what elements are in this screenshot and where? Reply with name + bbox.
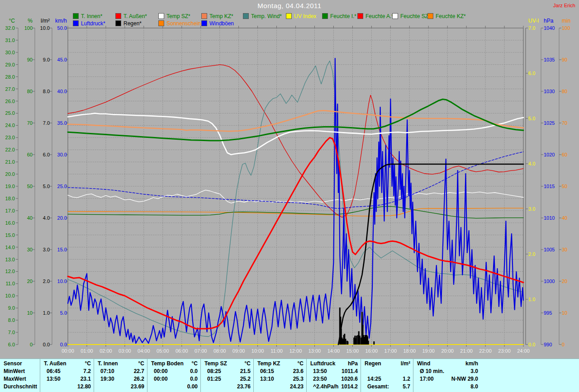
axis-tick-label: 100 bbox=[24, 25, 33, 31]
stat-time: ^2.4hPa/h bbox=[310, 383, 338, 391]
stat-value: 25.3 bbox=[293, 375, 304, 383]
series-regen-summe bbox=[338, 164, 523, 345]
axis-tick-label: 2.0 bbox=[528, 251, 535, 257]
axis-tick-label: 4.0 bbox=[43, 215, 50, 221]
axis-tick-label: 990 bbox=[544, 342, 552, 347]
axis-humidity: 1009080706050403020100% bbox=[24, 18, 35, 347]
stat-value: 25.2 bbox=[240, 375, 251, 383]
axis-tick-label: 20 bbox=[562, 279, 567, 284]
axis-tick-label: 26.0 bbox=[5, 99, 15, 104]
x-axis-label: 23:00 bbox=[498, 348, 511, 354]
axis-tick-label: 11.0 bbox=[5, 281, 15, 286]
x-axis-label: 07:00 bbox=[195, 348, 207, 354]
axis-tick-label: 2.0 bbox=[43, 279, 50, 284]
axis-tick-label: 5.0 bbox=[528, 116, 535, 121]
axis-sunshine: 1009080706050403020100min bbox=[559, 18, 570, 347]
axis-tick-label: 28.0 bbox=[5, 74, 15, 80]
x-axis-label: 00:00 bbox=[62, 348, 74, 354]
axis-tick-label: 0.0 bbox=[43, 342, 50, 347]
axis-tick-label: 0 bbox=[30, 342, 33, 347]
axis-tick-label: 12.0 bbox=[5, 269, 15, 274]
table-column: Temp SZ°C08:2521.501:2525.223.76 bbox=[200, 359, 253, 392]
axis-tick-label: 25.0 bbox=[57, 184, 67, 189]
x-axis-label: 20:00 bbox=[441, 348, 454, 354]
stat-value: 1014.2 bbox=[341, 383, 358, 391]
axis-tick-label: 10 bbox=[27, 310, 33, 316]
x-axis-label: 06:00 bbox=[176, 348, 188, 354]
stat-time: 23:50 bbox=[310, 375, 327, 383]
axis-tick-label: 50 bbox=[562, 184, 567, 189]
stat-time bbox=[417, 383, 420, 391]
sensor-name: Temp SZ bbox=[204, 360, 227, 368]
stat-value: N-NW 29.0 bbox=[451, 375, 478, 383]
stat-time: 14:25 bbox=[365, 375, 381, 383]
axis-unit-label: °C bbox=[9, 18, 15, 24]
stat-value: 0.0 bbox=[190, 375, 198, 383]
axis-tick-label: 30 bbox=[562, 247, 567, 252]
axis-tick-label: 45.0 bbox=[57, 57, 67, 62]
axis-tick-label: 60 bbox=[562, 152, 567, 157]
axis-tick-label: 0 bbox=[562, 342, 565, 347]
table-column: T. Außen°C06:457.213:5023.112.80 bbox=[40, 359, 94, 392]
axis-tick-label: 1.0 bbox=[43, 310, 50, 316]
axis-tick-label: 1000 bbox=[544, 279, 555, 284]
axis-wind: 50.045.040.035.030.025.020.015.010.05.00… bbox=[55, 18, 68, 347]
axis-tick-label: 7.0 bbox=[8, 330, 15, 335]
stat-value: 1020.6 bbox=[341, 375, 358, 383]
axis-tick-label: 7.0 bbox=[528, 25, 535, 31]
axis-tick-label: 20.0 bbox=[5, 171, 15, 177]
axis-tick-label: 22.0 bbox=[5, 147, 15, 152]
axis-tick-label: 31.0 bbox=[5, 38, 15, 43]
axis-tick-label: 7.0 bbox=[43, 120, 50, 126]
stat-value: 24.23 bbox=[290, 383, 304, 391]
stat-time bbox=[257, 383, 260, 391]
axis-tick-label: 4.0 bbox=[528, 161, 535, 166]
axis-tick-label: 23.0 bbox=[5, 135, 15, 140]
axis-tick-label: 10.0 bbox=[57, 279, 67, 284]
table-column: Windkm/hØ 10 min.3.017:00N-NW 29.08.0 bbox=[413, 359, 481, 392]
table-column: Regenl/m²14:251.2Gesamt:5.7 bbox=[361, 359, 413, 392]
stat-value: 26.2 bbox=[134, 375, 144, 383]
axis-tick-label: 10.0 bbox=[5, 293, 15, 298]
sensor-name: Regen bbox=[365, 360, 381, 368]
x-axis-label: 16:00 bbox=[365, 348, 378, 354]
sensor-name: Wind bbox=[417, 360, 430, 368]
axis-tick-label: 30.0 bbox=[57, 152, 67, 157]
sensor-unit: °C bbox=[298, 360, 304, 368]
x-axis-label: 17:00 bbox=[384, 348, 397, 354]
axis-tick-label: 80 bbox=[27, 89, 33, 94]
stat-value: 1011.4 bbox=[342, 368, 358, 375]
axis-tick-label: 100 bbox=[562, 25, 570, 31]
axis-tick-label: 1.0 bbox=[528, 297, 535, 302]
stat-value: 0.00 bbox=[187, 383, 198, 391]
sensor-unit: km/h bbox=[465, 360, 478, 368]
stat-value: 7.2 bbox=[83, 368, 91, 375]
stat-value: 1.2 bbox=[403, 375, 410, 383]
table-column: T. Innen°C07:1022.719:3026.223.69 bbox=[94, 359, 147, 392]
sensor-unit: °C bbox=[85, 360, 91, 368]
axis-unit-label: hPa bbox=[544, 18, 554, 24]
sensor-unit: °C bbox=[138, 360, 144, 368]
row-label: Durchschnitt bbox=[4, 383, 37, 391]
sensor-name: T. Außen bbox=[44, 360, 66, 368]
axis-pressure: 1040103510301025102010151010100510009959… bbox=[541, 18, 555, 347]
axis-tick-label: 1040 bbox=[544, 25, 555, 31]
axis-tick-label: 5.0 bbox=[60, 310, 67, 316]
x-axis-label: 12:00 bbox=[290, 348, 302, 354]
axis-tick-label: 70 bbox=[27, 120, 33, 126]
axis-tick-label: 70 bbox=[562, 120, 567, 126]
x-axis-label: 10:00 bbox=[252, 348, 264, 354]
axis-tick-label: 90 bbox=[27, 57, 33, 62]
stat-time: Ø 10 min. bbox=[417, 368, 444, 375]
x-axis-label: 04:00 bbox=[138, 348, 150, 354]
x-axis-label: 13:00 bbox=[308, 348, 321, 354]
stat-value: 5.7 bbox=[403, 383, 410, 391]
axis-tick-label: 15.0 bbox=[5, 232, 15, 238]
x-axis-label: 03:00 bbox=[119, 348, 131, 354]
x-axis-label: 14:00 bbox=[327, 348, 340, 354]
axis-tick-label: 20.0 bbox=[57, 215, 67, 221]
weather-app-window: { "header": { "title": "Montag, 04.04.20… bbox=[0, 0, 579, 392]
axis-tick-label: 1030 bbox=[544, 89, 555, 94]
sensor-name: Temp KZ bbox=[257, 360, 280, 368]
axis-tick-label: 24.0 bbox=[5, 123, 15, 128]
